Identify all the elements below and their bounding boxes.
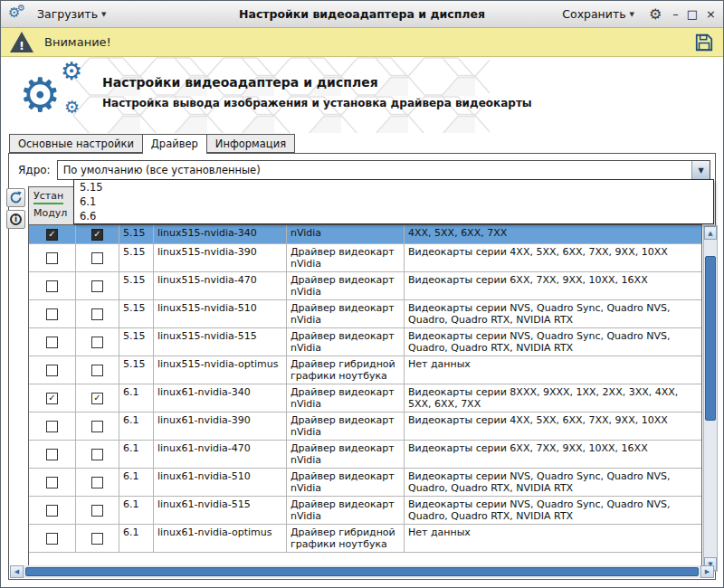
header-installed: Устан [33, 190, 63, 204]
installed-checkbox[interactable] [46, 229, 58, 241]
installed-checkbox[interactable] [46, 533, 58, 545]
installed-checkbox[interactable] [46, 252, 58, 264]
table-row[interactable]: 5.15linux515-nvidia-470Драйвер видеокарт… [29, 272, 701, 300]
module-loaded-cell [76, 469, 119, 496]
vertical-scroll-track[interactable] [704, 240, 717, 557]
close-button[interactable]: × [706, 8, 716, 20]
vertical-scrollbar[interactable]: ▲ ▼ [703, 225, 718, 572]
page-title: Настройки видеоадаптера и дисплея [102, 75, 378, 90]
module-checkbox[interactable] [91, 449, 103, 460]
installed-cell [29, 225, 76, 243]
warning-bar: ! Внимание! [1, 28, 723, 57]
module-loaded-cell [76, 384, 119, 412]
vertical-scroll-thumb[interactable] [705, 256, 716, 421]
kernel-cell: 6.1 [119, 384, 154, 412]
supported-cards-cell: Видеокарты серии NVS, Quadro Sync, Quadr… [405, 497, 701, 524]
module-name-cell: linux515-nvidia-390 [154, 244, 287, 271]
table-row[interactable]: 5.15linux515-nvidia-510Драйвер видеокарт… [29, 300, 701, 328]
description-cell: Драйвер видеокарт nVidia [287, 244, 405, 271]
minimize-button[interactable]: – [672, 8, 679, 20]
warning-triangle-icon: ! [10, 32, 33, 52]
description-cell: Драйвер видеокарт nVidia [287, 272, 405, 299]
kernel-cell: 6.1 [119, 525, 154, 552]
refresh-icon [9, 191, 23, 204]
table-row[interactable]: 6.1linux61-nvidia-470Драйвер видеокарт n… [29, 441, 701, 469]
load-button[interactable]: Загрузить ▼ [33, 5, 110, 23]
table-row[interactable]: 6.1linux61-nvidia-optimusДрайвер гибридн… [29, 525, 701, 553]
installed-checkbox[interactable] [46, 337, 58, 348]
table-row[interactable]: 6.1linux61-nvidia-390Драйвер видеокарт n… [29, 413, 701, 441]
table-row[interactable]: 5.15linux515-nvidia-515Драйвер видеокарт… [29, 328, 701, 356]
module-checkbox[interactable] [91, 280, 103, 292]
module-checkbox[interactable] [91, 365, 103, 376]
module-checkbox[interactable] [91, 308, 103, 320]
installed-cell [29, 441, 76, 468]
table-row[interactable]: 6.1linux61-nvidia-510Драйвер видеокарт n… [29, 469, 701, 497]
module-checkbox[interactable] [91, 229, 103, 241]
module-checkbox[interactable] [91, 252, 103, 264]
installed-checkbox[interactable] [46, 365, 58, 376]
info-button[interactable]: i [6, 210, 25, 229]
table-row[interactable]: 5.15linux515-nvidia-optimusДрайвер гибри… [29, 356, 701, 384]
table-row[interactable]: 5.15linux515-nvidia-340nVidia4XX, 5XX, 6… [29, 225, 701, 244]
scroll-left-button[interactable]: ◀ [10, 565, 24, 578]
module-checkbox[interactable] [91, 505, 103, 517]
module-checkbox[interactable] [91, 421, 103, 432]
chevron-down-icon: ▼ [698, 166, 703, 175]
module-checkbox[interactable] [91, 393, 103, 404]
horizontal-scrollbar[interactable]: ◀ ▶ [10, 565, 714, 578]
table-row[interactable]: 6.1linux61-nvidia-515Драйвер видеокарт n… [29, 497, 701, 525]
tab-main[interactable]: Основные настройки [9, 134, 143, 153]
save-button[interactable]: Сохранить ▼ [558, 5, 638, 23]
installed-checkbox[interactable] [46, 280, 58, 292]
table-row[interactable]: 5.15linux515-nvidia-390Драйвер видеокарт… [29, 244, 701, 272]
horizontal-scroll-thumb[interactable] [25, 567, 699, 576]
installed-cell [29, 384, 76, 412]
scroll-right-button[interactable]: ▶ [700, 565, 714, 578]
installed-checkbox[interactable] [46, 505, 58, 517]
tab-info[interactable]: Информация [206, 134, 295, 153]
installed-checkbox[interactable] [46, 393, 58, 404]
horizontal-scroll-track[interactable] [24, 565, 700, 578]
tab-driver[interactable]: Драйвер [142, 134, 207, 154]
installed-checkbox[interactable] [46, 421, 58, 432]
kernel-option[interactable]: 6.6 [74, 209, 713, 223]
scroll-up-button[interactable]: ▲ [704, 226, 717, 240]
installed-cell [29, 356, 76, 384]
module-name-cell: linux61-nvidia-390 [154, 413, 287, 440]
module-loaded-cell [76, 441, 119, 468]
installed-cell [29, 328, 76, 356]
installed-checkbox[interactable] [46, 449, 58, 460]
kernel-option[interactable]: 6.1 [74, 194, 713, 209]
module-loaded-cell [76, 413, 119, 440]
hexagon-pattern-background [73, 57, 490, 133]
module-checkbox[interactable] [91, 337, 103, 348]
kernel-cell: 5.15 [119, 328, 154, 356]
description-cell: Драйвер видеокарт nVidia [287, 497, 405, 524]
module-name-cell: linux515-nvidia-340 [154, 225, 287, 243]
maximize-button[interactable]: □ [687, 8, 698, 20]
module-checkbox[interactable] [91, 477, 103, 488]
combobox-dropdown-button[interactable]: ▼ [691, 161, 710, 179]
titlebar: ⚙⚙ Загрузить ▼ Настройки видеоадаптера и… [1, 1, 723, 28]
description-cell: Драйвер видеокарт nVidia [287, 384, 405, 412]
module-name-cell: linux61-nvidia-510 [154, 469, 287, 496]
save-floppy-icon[interactable] [694, 33, 714, 52]
kernel-combobox[interactable]: По умолчанию (все установленные) ▼ [57, 160, 710, 180]
module-loaded-cell [76, 225, 119, 243]
module-checkbox[interactable] [91, 533, 103, 545]
description-cell: Драйвер видеокарт nVidia [287, 300, 405, 327]
chevron-down-icon: ▼ [630, 11, 634, 18]
table-row[interactable]: 6.1linux61-nvidia-340Драйвер видеокарт n… [29, 384, 701, 413]
refresh-button[interactable] [6, 188, 25, 207]
kernel-option[interactable]: 5.15 [74, 180, 713, 194]
driver-table: Устан Модул 5.15linux515-nvidia-340nVidi… [28, 186, 702, 572]
supported-cards-cell: Видеокарты серии 4XX, 5XX, 6XX, 7XX, 9XX… [405, 413, 701, 440]
settings-gear-icon[interactable]: ⚙ [649, 7, 662, 22]
module-name-cell: linux515-nvidia-optimus [154, 356, 287, 384]
kernel-cell: 6.1 [119, 497, 154, 524]
warning-text: Внимание! [44, 35, 111, 49]
installed-checkbox[interactable] [46, 308, 58, 320]
installed-checkbox[interactable] [46, 477, 58, 488]
info-icon: i [10, 213, 22, 225]
